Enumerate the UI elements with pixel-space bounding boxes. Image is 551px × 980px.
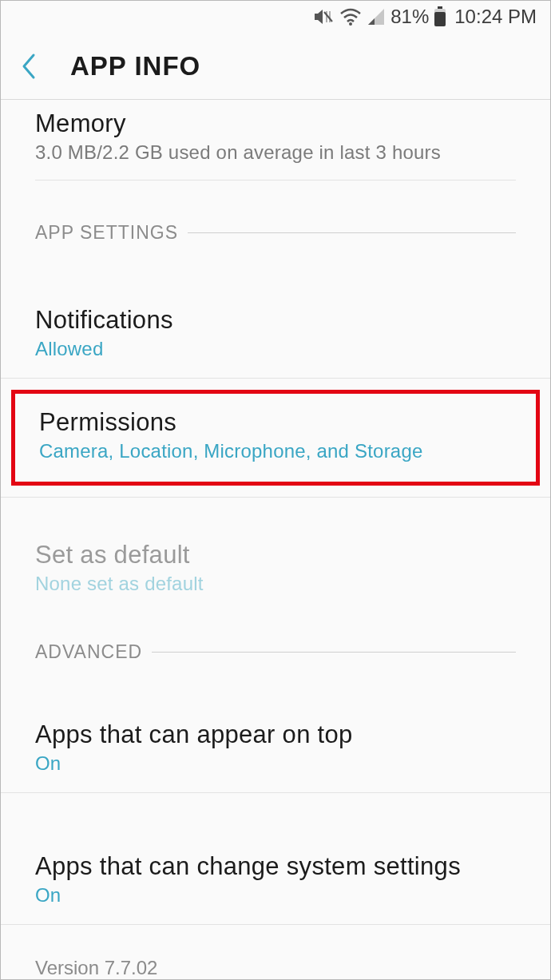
row-divider (35, 180, 516, 181)
svg-point-3 (349, 22, 352, 26)
apps-on-top-title: Apps that can appear on top (35, 720, 516, 749)
apps-system-sub: On (35, 884, 516, 907)
section-app-settings: APP SETTINGS (0, 222, 551, 244)
wifi-icon (339, 7, 362, 26)
status-time: 10:24 PM (454, 6, 537, 28)
memory-title: Memory (35, 109, 516, 138)
apps-on-top-sub: On (35, 752, 516, 775)
section-advanced: ADVANCED (0, 641, 551, 663)
version-item: Version 7.7.02 (0, 925, 551, 979)
svg-rect-4 (438, 6, 442, 9)
app-header: APP INFO (0, 34, 551, 99)
section-label: ADVANCED (35, 641, 142, 663)
permissions-sub: Camera, Location, Microphone, and Storag… (39, 440, 512, 462)
svg-rect-6 (434, 12, 446, 26)
section-line (152, 652, 516, 653)
page-title: APP INFO (70, 51, 200, 81)
notifications-sub: Allowed (35, 338, 516, 360)
set-default-item[interactable]: Set as default None set as default (0, 526, 551, 613)
memory-item[interactable]: Memory 3.0 MB/2.2 GB used on average in … (0, 100, 551, 180)
notifications-item[interactable]: Notifications Allowed (0, 292, 551, 378)
row-divider (0, 378, 551, 379)
cell-signal-icon (367, 7, 386, 26)
apps-system-title: Apps that can change system settings (35, 852, 516, 881)
back-button[interactable] (19, 49, 54, 84)
apps-system-item[interactable]: Apps that can change system settings On (0, 838, 551, 924)
section-line (188, 232, 516, 233)
apps-on-top-item[interactable]: Apps that can appear on top On (0, 706, 551, 792)
status-bar: 81% 10:24 PM (0, 0, 551, 34)
svg-line-0 (324, 12, 332, 22)
row-divider (0, 792, 551, 793)
version-label: Version 7.7.02 (35, 957, 516, 979)
section-label: APP SETTINGS (35, 222, 178, 244)
chevron-left-icon (19, 52, 37, 81)
memory-sub: 3.0 MB/2.2 GB used on average in last 3 … (35, 141, 516, 164)
permissions-title: Permissions (39, 408, 512, 437)
mute-vibrate-icon (312, 7, 335, 26)
battery-icon (434, 6, 446, 27)
set-default-sub: None set as default (35, 573, 516, 595)
permissions-item[interactable]: Permissions Camera, Location, Microphone… (11, 390, 540, 486)
set-default-title: Set as default (35, 541, 516, 569)
battery-percent: 81% (390, 6, 429, 28)
row-divider (0, 497, 551, 498)
notifications-title: Notifications (35, 306, 516, 335)
